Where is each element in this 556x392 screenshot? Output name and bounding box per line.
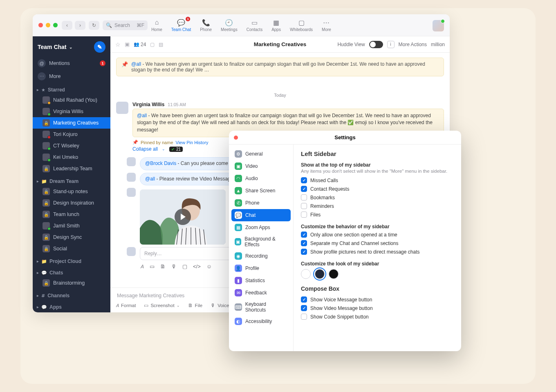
tab-phone[interactable]: 📞Phone [200,18,212,32]
sidebar-section-chats[interactable]: ▸💬Chats [33,266,110,277]
checkbox-show-voice-message-button[interactable]: Show Voice Message button [301,295,454,304]
tab-meetings[interactable]: 🕘Meetings [221,18,238,32]
sidebar-section-apps[interactable]: ▸💬Apps [33,300,110,312]
settings-nav-chat[interactable]: 💬Chat [231,209,291,221]
sidebar-section-channels[interactable]: ▸#Channels [33,289,110,300]
settings-nav-profile[interactable]: 👤Profile [231,262,291,274]
profile-avatar[interactable] [433,20,444,31]
tab-home[interactable]: ⌂Home [151,18,162,32]
search-input[interactable]: 🔍 Search ⌘F [103,20,148,30]
member-count[interactable]: 👥 24 [134,42,146,47]
video-call-button[interactable]: ▢ [150,42,155,47]
attach-file-icon[interactable]: 🗎 [160,263,166,270]
settings-nav-statistics[interactable]: ▮Statistics [231,274,291,287]
sidebar-mentions[interactable]: @ Mentions 1 [33,57,110,70]
theme-swatch[interactable] [315,269,325,279]
zoom-window-button[interactable] [53,23,58,27]
sidebar-item-ct-wiseley[interactable]: CT Wiseley [33,140,110,151]
theme-swatch[interactable] [329,269,339,279]
close-dialog-button[interactable] [234,136,238,140]
sidebar-item-stand-up-notes[interactable]: 🔒Stand-up notes [33,186,110,197]
theme-swatch[interactable] [301,269,311,279]
settings-nav-keyboard-shortcuts[interactable]: ⌨Keyboard Shortcuts [231,299,291,315]
tab-more[interactable]: ⋯More [322,18,331,32]
sidebar-item-design-inspiration[interactable]: 🔒Design Inspiration [33,197,110,209]
sidebar-section-project-cloud[interactable]: ▸📁Project Cloud [33,254,110,266]
more-actions-label[interactable]: More Actions [399,42,427,47]
nav-item-label: Accessibility [245,318,272,324]
calendar-icon[interactable]: ▤ [159,42,163,47]
sidebar-more[interactable]: ⋯ More [33,70,110,83]
video-icon[interactable]: ▢ [182,263,187,270]
format-button[interactable]: 𝘈Format [116,303,136,308]
checkbox-files[interactable]: Files [301,210,454,219]
sidebar-item-brainstorming[interactable]: 🔒Brainstorming [33,277,110,289]
huddle-toggle[interactable] [369,41,383,48]
checkbox-show-video-message-button[interactable]: Show Video Message button [301,304,454,312]
checkbox-contact-requests[interactable]: Contact Requests [301,185,454,193]
settings-nav-recording[interactable]: ◉Recording [231,250,291,262]
sidebar-section-starred[interactable]: ▸★Starred [33,83,110,94]
checkbox-missed-calls[interactable]: Missed Calls [301,176,454,185]
avatar[interactable] [127,173,136,182]
checkbox-separate-my-chat-and-channel-sections[interactable]: Separate my Chat and Channel sections [301,239,454,247]
sidebar-item-tori-kojuro[interactable]: Tori Kojuro [33,129,110,140]
sidebar-section-dream-team[interactable]: ▸📁Dream Team [33,174,110,186]
avatar[interactable] [127,157,136,166]
minimize-window-button[interactable] [46,23,50,27]
folder-icon[interactable]: ▣ [125,41,130,47]
checkbox-only-allow-one-section-opened-at-a-time[interactable]: Only allow one section opened at a time [301,230,454,239]
video-thumbnail[interactable] [140,189,226,245]
team-chat-icon: 💬 [177,18,185,27]
settings-nav-video[interactable]: ▣Video [231,160,291,172]
settings-nav-audio[interactable]: ◠Audio [231,172,291,185]
view-pin-history-link[interactable]: View Pin History [176,140,208,145]
message-author[interactable]: Virginia Willis [132,102,164,107]
compose-button[interactable]: ✎ [94,41,105,53]
sidebar-item-jamil-smith[interactable]: Jamil Smith [33,220,110,232]
sidebar-title[interactable]: Team Chat ⌄ [38,44,72,50]
sidebar-item-nabil-rashad-you-[interactable]: Nabil Rashad (You) [33,94,110,106]
mentions-badge: 1 [100,60,105,66]
sidebar-item-kei-umeko[interactable]: Kei Umeko [33,151,110,163]
screenshot-button[interactable]: ▭Screenshot⌄ [144,303,179,308]
file-button[interactable]: 🗎File [188,303,203,308]
tab-contacts[interactable]: ▭Contacts [247,18,262,32]
settings-nav-phone[interactable]: ✆Phone [231,197,291,209]
mic-icon[interactable]: 🎙 [171,263,177,270]
settings-nav-background-effects[interactable]: ▣Background & Effects [231,234,291,250]
format-icon[interactable]: 𝘈 [141,263,144,270]
nav-back-button[interactable]: ‹ [62,21,72,30]
avatar[interactable] [127,188,136,197]
settings-nav-share-screen[interactable]: ▲Share Screen [231,185,291,197]
sidebar-item-leadership-team[interactable]: 🔒Leadership Team [33,163,110,174]
clipboard-icon[interactable]: ▭ [150,263,155,270]
checkbox-bookmarks[interactable]: Bookmarks [301,193,454,202]
sidebar-item-marketing-creatives[interactable]: 🔒Marketing Creatives [33,117,110,129]
sidebar-item-virginia-willis[interactable]: Virginia Willis [33,106,110,117]
sidebar-item-team-lunch[interactable]: 🔒Team lunch [33,209,110,220]
code-icon[interactable]: </> [193,263,201,270]
tab-team-chat[interactable]: 💬Team Chat1 [171,18,191,32]
sidebar-item-design-sync[interactable]: 🔒Design Sync [33,232,110,243]
nav-forward-button[interactable]: › [75,21,85,30]
checkbox-reminders[interactable]: Reminders [301,202,454,210]
pinned-banner[interactable]: 📌 @all - We have been given an urgent ta… [116,58,444,76]
settings-nav-general[interactable]: ⚙General [231,148,291,160]
emoji-icon[interactable]: ☺ [206,263,212,270]
sidebar-item-social[interactable]: 🔒Social [33,243,110,254]
checkbox-show-profile-pictures-next-to-direct-message-chats[interactable]: Show profile pictures next to direct mes… [301,247,454,256]
avatar[interactable] [127,247,136,256]
collapse-all-link[interactable]: Collapse all [132,146,158,152]
settings-nav-feedback[interactable]: ✉Feedback [231,287,291,299]
info-icon[interactable]: i [387,41,395,48]
tab-whiteboards[interactable]: ▢Whiteboards [290,18,313,32]
settings-nav-zoom-apps[interactable]: ▦Zoom Apps [231,221,291,234]
avatar[interactable] [116,102,128,114]
checkbox-show-code-snippet-button[interactable]: Show Code Snippet button [301,312,454,321]
tab-apps[interactable]: ▦Apps [271,18,281,32]
history-button[interactable]: ↻ [89,21,99,30]
settings-nav-accessibility[interactable]: ◐Accessibility [231,315,291,327]
star-icon[interactable]: ☆ [115,41,121,48]
close-window-button[interactable] [38,23,43,27]
